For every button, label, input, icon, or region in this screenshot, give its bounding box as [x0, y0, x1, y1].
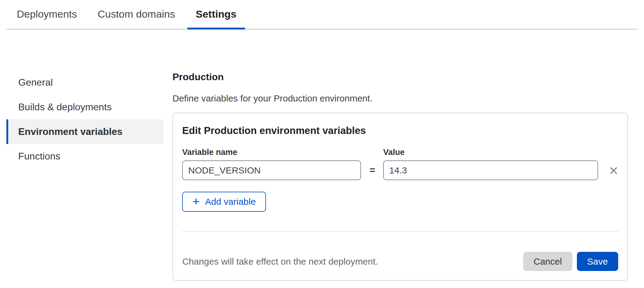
sidebar-item-general[interactable]: General	[6, 70, 163, 95]
add-variable-button[interactable]: + Add variable	[182, 192, 266, 212]
value-input[interactable]	[383, 160, 598, 180]
section-title-production: Production	[172, 70, 628, 84]
variable-name-label: Variable name	[182, 147, 361, 157]
edit-variables-card: Edit Production environment variables Va…	[172, 113, 628, 281]
variable-row: = ×	[182, 160, 618, 180]
sidebar-item-builds-deployments[interactable]: Builds & deployments	[6, 95, 163, 119]
plus-icon: +	[193, 195, 199, 207]
value-label: Value	[383, 147, 598, 157]
save-button[interactable]: Save	[577, 252, 618, 271]
sidebar-item-functions[interactable]: Functions	[6, 144, 163, 169]
footer-actions: Cancel Save	[523, 252, 618, 271]
close-icon: ×	[609, 162, 618, 179]
tab-deployments[interactable]: Deployments	[8, 0, 85, 29]
footer-note: Changes will take effect on the next dep…	[182, 256, 378, 267]
tab-bar: Deployments Custom domains Settings	[6, 0, 638, 29]
add-variable-label: Add variable	[205, 197, 256, 207]
cancel-button[interactable]: Cancel	[523, 252, 572, 271]
tab-custom-domains[interactable]: Custom domains	[89, 0, 183, 29]
variable-name-input[interactable]	[182, 160, 361, 180]
card-divider	[182, 231, 618, 232]
settings-content: General Builds & deployments Environment…	[0, 70, 644, 281]
variable-labels-row: Variable name Value	[182, 147, 618, 157]
card-footer: Changes will take effect on the next dep…	[182, 252, 618, 271]
tab-settings[interactable]: Settings	[187, 0, 245, 29]
environment-variables-panel: Production Define variables for your Pro…	[172, 70, 628, 281]
sidebar-item-environment-variables[interactable]: Environment variables	[6, 119, 163, 144]
card-title: Edit Production environment variables	[182, 124, 618, 138]
section-description: Define variables for your Production env…	[172, 92, 628, 105]
settings-sidebar: General Builds & deployments Environment…	[6, 70, 163, 169]
remove-variable-button[interactable]: ×	[607, 162, 621, 179]
equals-sign: =	[370, 165, 375, 176]
